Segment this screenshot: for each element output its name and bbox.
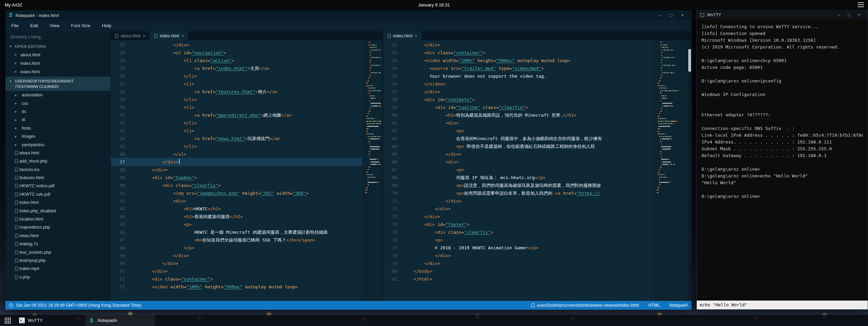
close-icon[interactable]: ×: [415, 34, 417, 38]
code-line[interactable]: 30 <li>: [111, 103, 362, 111]
code-line[interactable]: 71 </div>: [383, 197, 654, 205]
terminal-input[interactable]: echo "Hello World": [697, 301, 868, 309]
code-line[interactable]: 72 </div>: [383, 205, 654, 213]
code-line[interactable]: 74 <div id="footer">: [383, 220, 654, 228]
open-editor-item[interactable]: ×index.html: [5, 68, 110, 76]
open-editors-section[interactable]: ▾ OPEN EDITORS: [5, 42, 110, 51]
code-line[interactable]: 76 <p>: [383, 236, 654, 244]
minimap-0[interactable]: [362, 40, 383, 301]
code-line[interactable]: 68 伺服器 IP 地址為： mcs.hkwtc.org</p>: [383, 174, 654, 181]
code-line[interactable]: 58 <div id="contents">: [383, 96, 654, 103]
code-line[interactable]: 34 <a href="news.html">玩家傳送門</a>: [111, 135, 362, 142]
code-line[interactable]: 24 <li class="active">: [111, 57, 362, 64]
tree-folder[interactable]: ▸fonts: [5, 124, 110, 132]
tree-file[interactable]: location.html: [5, 215, 110, 223]
tree-file[interactable]: testmysql.php: [5, 256, 110, 265]
code-line[interactable]: 75 <div class="clearfix">: [383, 228, 654, 236]
code-line[interactable]: 36 </ul>: [111, 150, 362, 158]
code-line[interactable]: 56 </video>: [383, 80, 654, 88]
code-line[interactable]: 40 <div class="clearfix">: [111, 181, 362, 189]
close-icon[interactable]: ×: [14, 70, 20, 74]
code-line[interactable]: 65 </div>: [383, 150, 654, 158]
code-line[interactable]: 29 </li>: [111, 96, 362, 103]
code-line[interactable]: 41 <img src="images/box.png" height="342…: [111, 189, 362, 197]
open-editor-item[interactable]: ×about.html: [5, 51, 110, 59]
code-line[interactable]: 51 </div>: [383, 41, 654, 49]
code-line[interactable]: 67 <p>: [383, 166, 654, 174]
status-language-mode[interactable]: HTML: [648, 303, 660, 308]
tree-file[interactable]: x.php: [5, 273, 110, 281]
close-button[interactable]: ×: [854, 11, 864, 19]
code-line[interactable]: 79 </div>: [383, 260, 654, 267]
code-line[interactable]: 57 </div>: [383, 88, 654, 96]
code-line[interactable]: 22 </div>: [111, 41, 362, 49]
notepada-title-bar[interactable]: S NotepadA - index.html – □ ×: [5, 10, 692, 20]
code-line[interactable]: 70 <p>如有問題或需要申請白名單，歡迎加入我們的 <a href="http…: [383, 189, 654, 197]
maximize-button[interactable]: □: [844, 11, 854, 19]
workspace-folder-header[interactable]: ▾ USER/DESKTOP/SCREENSHOT /TEST/WWW CLEA…: [5, 77, 110, 91]
code-line[interactable]: 39 <div id="topbox">: [111, 174, 362, 181]
code-line[interactable]: 52 <div class="container">: [111, 275, 362, 283]
code-line[interactable]: 64 <p> 即使你不是建築師，你也能透過紅石師或鐵路工程師的身份加入我: [383, 142, 654, 150]
code-line[interactable]: 50 </div>: [111, 260, 362, 267]
tree-file[interactable]: HKWTC notice.pdf: [5, 182, 110, 190]
menu-help[interactable]: Help: [96, 20, 117, 31]
code-line[interactable]: 44 <h2>香港的建築伺服器</h2>: [111, 213, 362, 220]
minimap-1[interactable]: [654, 40, 688, 301]
hamburger-menu-icon[interactable]: [858, 2, 864, 7]
code-line[interactable]: 81 </html>: [383, 275, 654, 283]
code-line[interactable]: 61 <div>: [383, 119, 654, 127]
aroz-brand[interactable]: My ArOZ: [0, 2, 22, 7]
open-editor-item[interactable]: ×index.html: [5, 59, 110, 68]
wstty-title-bar[interactable]: WsTTY – □ ×: [697, 11, 868, 19]
code-line[interactable]: 46 HKWTC 是一個 Minecraft 的建築伺服器，主要建築計劃包括鐵路: [111, 228, 362, 236]
status-file[interactable]: user/Desktop/screenshot/test/www cleaned…: [531, 303, 639, 308]
tree-file[interactable]: news.html: [5, 232, 110, 240]
close-icon[interactable]: ×: [14, 53, 20, 57]
close-button[interactable]: ×: [677, 10, 688, 20]
tree-file[interactable]: index.html: [5, 198, 110, 207]
tab-about-html[interactable]: about.html×: [111, 31, 150, 40]
code-line[interactable]: 49 </div>: [111, 252, 362, 260]
tree-file[interactable]: trailer.mp4: [5, 265, 110, 273]
tree-file[interactable]: index.php_disabled: [5, 207, 110, 215]
code-line[interactable]: 55 Your browser does not support the vid…: [383, 72, 654, 80]
tree-file[interactable]: mapredirect.php: [5, 223, 110, 231]
code-line[interactable]: 77 © 2018 - 2019 HKWTC Animation Gamer</…: [383, 244, 654, 252]
tab-index-html[interactable]: index.html×: [383, 31, 422, 40]
tree-file[interactable]: favicon.ico: [5, 166, 110, 174]
code-line[interactable]: 37 </div>: [111, 158, 362, 166]
tree-folder[interactable]: ▸autostation: [5, 91, 110, 99]
close-icon[interactable]: ×: [143, 34, 145, 38]
code-line[interactable]: 47 <b>你知道我們全線伺服器已轉用 SSD 了嗎？</b></span>: [111, 236, 362, 244]
tree-folder[interactable]: ▸dl: [5, 116, 110, 124]
tree-folder[interactable]: ▸dc: [5, 108, 110, 116]
code-line[interactable]: 59 <div id="tagline" class="clearfix">: [383, 103, 654, 111]
code-line[interactable]: 35 </li>: [111, 142, 362, 150]
code-line[interactable]: 69 <p>請注意，我們的伺服器為確保玩家及遊玩時的質素，我們對的服務開放: [383, 181, 654, 189]
close-icon[interactable]: ×: [181, 34, 184, 38]
code-lines-1[interactable]: 51 </div>52 <div class="container">53 <v…: [383, 40, 654, 301]
code-line[interactable]: 63 在香港的Minecraft 伺服器中，多為小遊戲和純生存的伺服器，較少擁有: [383, 135, 654, 142]
code-line[interactable]: 62 <p>: [383, 127, 654, 135]
code-line[interactable]: 33 <li>: [111, 127, 362, 135]
tree-file[interactable]: about.html: [5, 149, 110, 157]
app-launcher-button[interactable]: [0, 315, 16, 326]
menu-file[interactable]: File: [5, 20, 24, 31]
code-line[interactable]: 28 <a href="features.html">簡介</a>: [111, 88, 362, 96]
menu-view[interactable]: View: [44, 20, 65, 31]
code-lines-0[interactable]: 22 </div>23 <ul id="navigation">24 <li c…: [111, 40, 362, 301]
code-line[interactable]: 73 </div>: [383, 213, 654, 220]
tree-file[interactable]: teabag.7z: [5, 240, 110, 248]
code-line[interactable]: 25 <a href="index.html">主頁</a>: [111, 64, 362, 72]
tree-folder[interactable]: ▸yamlyamlnu: [5, 140, 110, 149]
code-line[interactable]: 53 <video width="100%" height="500px" au…: [383, 57, 654, 64]
code-line[interactable]: 43 <h1>HKWTC</h1>: [111, 205, 362, 213]
code-line[interactable]: 54 <source src="trailer.mp4" type="video…: [383, 64, 654, 72]
tree-file[interactable]: test_sockets.php: [5, 248, 110, 256]
tree-folder[interactable]: ▸css: [5, 99, 110, 107]
tree-file[interactable]: add_vhost.php: [5, 157, 110, 165]
code-line[interactable]: 38 </div>: [111, 166, 362, 174]
code-line[interactable]: 66 <div>: [383, 158, 654, 166]
taskbar-item-wstty[interactable]: >_WsTTY: [16, 315, 85, 326]
